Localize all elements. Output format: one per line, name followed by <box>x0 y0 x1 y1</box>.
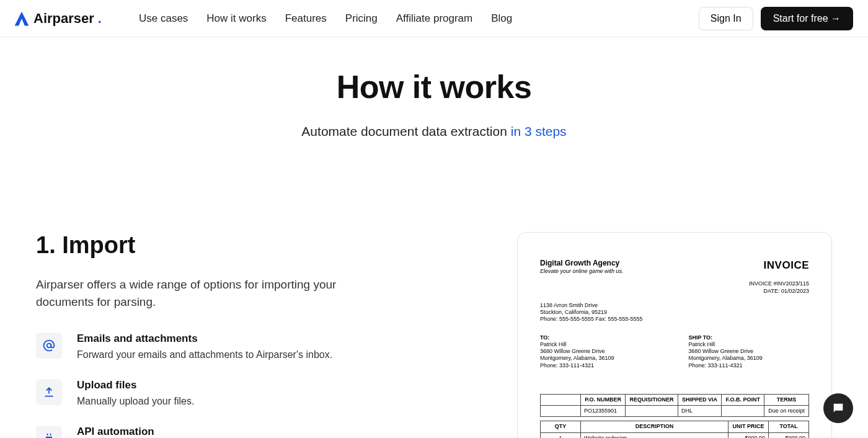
nav-use-cases[interactable]: Use cases <box>139 12 188 25</box>
r0-qty: 1 <box>541 432 581 438</box>
nav-pricing[interactable]: Pricing <box>345 12 378 25</box>
meta-table-row: PO12355901 DHL Due on receipt <box>541 406 809 417</box>
import-text-column: 1. Import Airparser offers a wide range … <box>36 232 434 438</box>
brand-logo[interactable]: Airparser. <box>14 11 102 27</box>
invoice-label: INVOICE <box>749 259 809 272</box>
ship-to-label: SHIP TO: <box>688 334 762 341</box>
th-unit: UNIT PRICE <box>728 421 769 432</box>
upload-icon <box>36 379 62 405</box>
nav-blog[interactable]: Blog <box>491 12 512 25</box>
feature-emails: Emails and attachments Forward your emai… <box>36 333 434 362</box>
co-addr-l3: Phone: 555-555-5555 Fax: 555-555-5555 <box>540 316 809 323</box>
td-terms: Due on receipt <box>764 406 809 417</box>
feature-api: API automation Import your documents via… <box>36 426 434 438</box>
brand-dot: . <box>98 11 102 27</box>
primary-nav: Use cases How it works Features Pricing … <box>139 12 512 25</box>
invoice-date: DATE: 01/02/2023 <box>749 288 809 295</box>
chat-button[interactable] <box>823 393 853 423</box>
section-intro: Airparser offers a wide range of options… <box>36 276 371 310</box>
nav-features[interactable]: Features <box>285 12 327 25</box>
nav-how-it-works[interactable]: How it works <box>206 12 266 25</box>
invoice-ship-to: SHIP TO: Patrick Hill 3680 Willow Greene… <box>688 334 762 369</box>
invoice-document: Digital Growth Agency Elevate your onlin… <box>517 232 832 438</box>
feature-emails-title: Emails and attachments <box>77 333 332 345</box>
brand-icon <box>14 11 30 26</box>
signin-button[interactable]: Sign In <box>699 7 753 30</box>
hero-sub-accent: in 3 steps <box>511 124 567 138</box>
feature-emails-desc: Forward your emails and attachments to A… <box>77 347 332 362</box>
invoice-preview-column: Digital Growth Agency Elevate your onlin… <box>459 232 832 438</box>
th-via: SHIPPED VIA <box>678 394 721 405</box>
page-title: How it works <box>0 68 868 105</box>
header-actions: Sign In Start for free → <box>699 7 853 30</box>
r0-total: $900.00 <box>769 432 809 438</box>
td-po: PO12355901 <box>580 406 625 417</box>
nav-affiliate[interactable]: Affiliate program <box>396 12 472 25</box>
feature-upload-desc: Manually upload your files. <box>77 394 194 408</box>
r0-desc: Website redesign <box>580 432 728 438</box>
th-desc: DESCRIPTION <box>580 421 728 432</box>
th-qty: QTY <box>541 421 581 432</box>
th-terms: TERMS <box>764 394 809 405</box>
invoice-company-tagline: Elevate your online game with us. <box>540 268 624 275</box>
r0-unit: $900.00 <box>728 432 769 438</box>
ship-to-l3: Phone: 333-111-4321 <box>688 362 762 369</box>
td-req <box>626 406 678 417</box>
bill-to-l2: Montgomery, Alabama, 36109 <box>540 355 614 362</box>
hero-section: How it works Automate document data extr… <box>0 68 868 139</box>
ship-to-l2: Montgomery, Alabama, 36109 <box>688 355 762 362</box>
ship-to-l1: 3680 Willow Greene Drive <box>688 348 762 355</box>
co-addr-l2: Stockton, California, 95219 <box>540 309 809 316</box>
invoice-company-address: 1138 Arron Smith Drive Stockton, Califor… <box>540 302 809 323</box>
site-header: Airparser. Use cases How it works Featur… <box>0 0 868 37</box>
section-heading: 1. Import <box>36 232 434 259</box>
import-section: 1. Import Airparser offers a wide range … <box>0 232 868 438</box>
invoice-meta-table: P.O. NUMBER REQUISITIONER SHIPPED VIA F.… <box>540 394 809 418</box>
th-req: REQUISITIONER <box>626 394 678 405</box>
bill-to-name: Patrick Hill <box>540 341 614 348</box>
th-total: TOTAL <box>769 421 809 432</box>
svg-point-0 <box>47 344 51 348</box>
invoice-bill-to: TO: Patrick Hill 3680 Willow Greene Driv… <box>540 334 614 369</box>
chat-icon <box>831 401 845 415</box>
bill-to-label: TO: <box>540 334 614 341</box>
brand-name: Airparser <box>33 11 94 27</box>
th-po: P.O. NUMBER <box>580 394 625 405</box>
hero-sub-text: Automate document data extraction <box>301 124 510 138</box>
at-icon <box>36 333 62 359</box>
ship-to-name: Patrick Hill <box>688 341 762 348</box>
bill-to-l1: 3680 Willow Greene Drive <box>540 348 614 355</box>
th-fob: F.O.B. POINT <box>722 394 764 405</box>
co-addr-l1: 1138 Arron Smith Drive <box>540 302 809 309</box>
plug-icon <box>36 426 62 438</box>
item-row: 1 Website redesign $900.00 $900.00 <box>541 432 809 438</box>
hero-subtitle: Automate document data extraction in 3 s… <box>0 124 868 139</box>
start-free-button[interactable]: Start for free → <box>761 7 853 30</box>
td-fob <box>722 406 764 417</box>
invoice-company-name: Digital Growth Agency <box>540 259 624 268</box>
feature-api-title: API automation <box>77 426 387 438</box>
td-via: DHL <box>678 406 721 417</box>
invoice-items-table: QTY DESCRIPTION UNIT PRICE TOTAL 1 Websi… <box>540 421 809 438</box>
invoice-number: INVOICE #INV2023/115 <box>749 280 809 287</box>
feature-upload-title: Upload files <box>77 379 194 391</box>
bill-to-l3: Phone: 333-111-4321 <box>540 362 614 369</box>
feature-upload: Upload files Manually upload your files. <box>36 379 434 408</box>
